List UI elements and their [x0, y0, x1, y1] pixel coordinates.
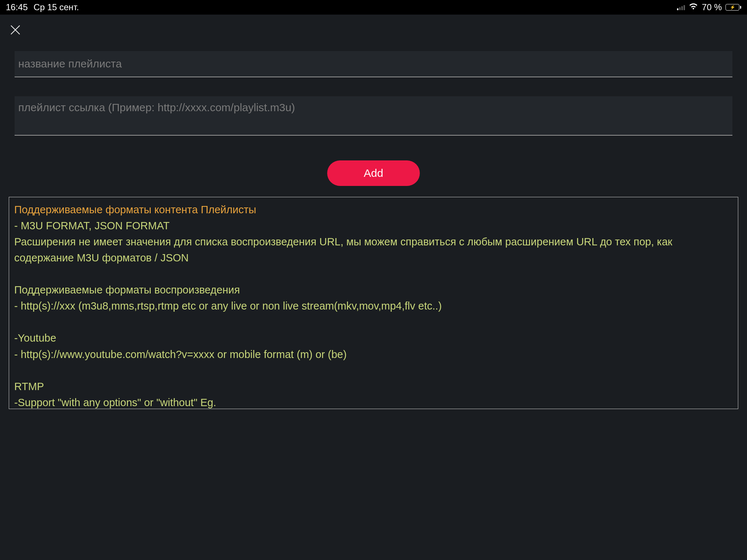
battery-icon: ⚡ [725, 4, 741, 11]
help-text: RTMP [14, 378, 733, 394]
help-spacer [14, 266, 733, 282]
help-text: Расширения не имеет значения для списка … [14, 234, 733, 266]
playlist-name-input[interactable] [15, 51, 732, 77]
form-section: Add [0, 51, 747, 186]
help-text: -Youtube [14, 330, 733, 346]
battery-percent: 70 % [702, 2, 722, 12]
add-button-wrapper: Add [15, 160, 732, 186]
cellular-signal-icon [677, 4, 685, 10]
add-button[interactable]: Add [327, 160, 419, 186]
main-content: Add Поддерживаемые форматы контента Плей… [0, 15, 747, 409]
wifi-icon [689, 1, 698, 13]
help-text: - http(s)://www.youtube.com/watch?v=xxxx… [14, 346, 733, 362]
help-text: - M3U FORMAT, JSON FORMAT [14, 218, 733, 234]
status-left: 16:45 Ср 15 сент. [6, 2, 79, 12]
status-date: Ср 15 сент. [34, 2, 79, 12]
close-icon [9, 23, 22, 36]
help-text: - http(s)://xxx (m3u8,mms,rtsp,rtmp etc … [14, 298, 733, 314]
help-text: Поддерживаемые форматы контента Плейлист… [14, 202, 733, 218]
playlist-url-input[interactable] [15, 96, 732, 136]
status-time: 16:45 [6, 2, 28, 12]
status-bar: 16:45 Ср 15 сент. 70 % ⚡ [0, 0, 747, 15]
help-text: Поддерживаемые форматы воспроизведения [14, 282, 733, 298]
status-right: 70 % ⚡ [677, 1, 741, 13]
close-button[interactable] [0, 15, 747, 51]
help-text: -Support "with any options" or "without"… [14, 394, 733, 409]
help-spacer [14, 362, 733, 378]
help-spacer [14, 314, 733, 330]
help-box: Поддерживаемые форматы контента Плейлист… [9, 197, 738, 409]
